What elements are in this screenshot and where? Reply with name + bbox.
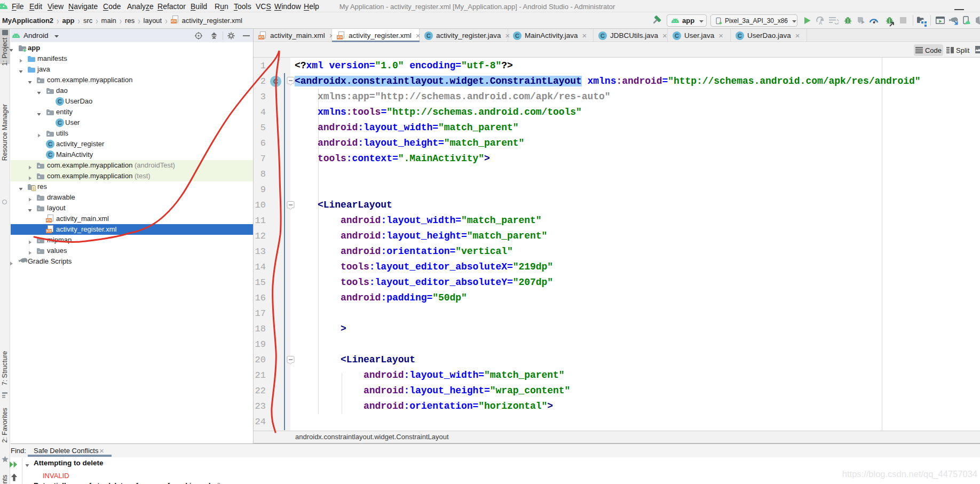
svg-text:A: A xyxy=(819,20,823,25)
